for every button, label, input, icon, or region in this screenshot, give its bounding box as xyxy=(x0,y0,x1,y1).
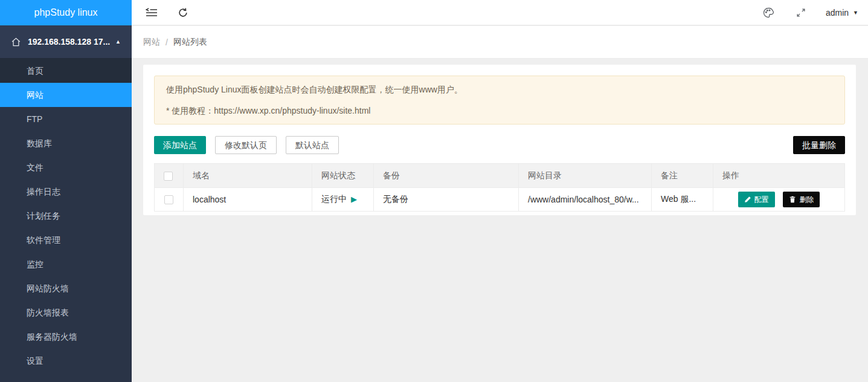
configure-button[interactable]: 配置 xyxy=(738,192,775,207)
cell-status: 运行中▶ xyxy=(312,188,374,212)
triangle-up-icon: ▲ xyxy=(115,39,121,45)
header-directory: 网站目录 xyxy=(519,164,652,188)
notice-line-2: * 使用教程：https://www.xp.cn/phpstudy-linux/… xyxy=(166,105,833,117)
sidebar-item-website[interactable]: 网站 xyxy=(0,83,132,107)
site-table: 域名 网站状态 备份 网站目录 备注 操作 localhost 运行中▶ 无备份… xyxy=(154,163,845,212)
theme-palette-icon[interactable] xyxy=(758,0,779,25)
sidebar-item-home[interactable]: 首页 xyxy=(0,59,132,83)
sidebar-item-monitor[interactable]: 监控 xyxy=(0,252,132,276)
trash-icon xyxy=(789,196,796,203)
header-remark: 备注 xyxy=(652,164,713,188)
sidebar-item-operation-log[interactable]: 操作日志 xyxy=(0,180,132,204)
default-site-button[interactable]: 默认站点 xyxy=(286,136,339,154)
header-status: 网站状态 xyxy=(312,164,374,188)
sidebar: phpStudy linux 192.168.158.128 17... ▲ 首… xyxy=(0,0,132,382)
server-label: 192.168.158.128 17... xyxy=(28,37,112,47)
notice-line-1: 使用phpStudy Linux面板创建站点时会自动创建权限配置，统一使用www… xyxy=(166,83,833,96)
pencil-icon xyxy=(744,196,751,203)
toolbar: 添加站点 修改默认页 默认站点 批量删除 xyxy=(154,136,845,154)
modify-default-page-button[interactable]: 修改默认页 xyxy=(215,136,277,154)
delete-button[interactable]: 删除 xyxy=(783,192,820,207)
batch-delete-button[interactable]: 批量删除 xyxy=(793,136,845,154)
play-icon: ▶ xyxy=(351,195,357,204)
fullscreen-icon[interactable] xyxy=(791,0,811,25)
server-selector[interactable]: 192.168.158.128 17... ▲ xyxy=(0,25,132,59)
app-title: phpStudy linux xyxy=(34,7,98,18)
header-domain: 域名 xyxy=(184,164,312,188)
breadcrumb-separator: / xyxy=(166,37,168,47)
breadcrumb-current: 网站列表 xyxy=(173,37,207,48)
site-list-card: 使用phpStudy Linux面板创建站点时会自动创建权限配置，统一使用www… xyxy=(143,65,856,215)
cell-actions: 配置 删除 xyxy=(713,188,845,212)
breadcrumb: 网站 / 网站列表 xyxy=(132,26,868,59)
sidebar-item-firewall-report[interactable]: 防火墙报表 xyxy=(0,300,132,325)
header-backup: 备份 xyxy=(374,164,519,188)
sidebar-item-cron-tasks[interactable]: 计划任务 xyxy=(0,204,132,228)
home-icon xyxy=(11,37,21,47)
sidebar-menu: 首页 网站 FTP 数据库 文件 操作日志 计划任务 软件管理 监控 网站防火墙… xyxy=(0,59,132,373)
header-actions: 操作 xyxy=(713,164,845,188)
select-all-checkbox[interactable] xyxy=(164,172,173,181)
add-site-button[interactable]: 添加站点 xyxy=(154,136,206,154)
topbar-right: admin ▼ xyxy=(752,0,858,25)
cell-directory: /www/admin/localhost_80/w... xyxy=(519,188,652,212)
row-checkbox[interactable] xyxy=(164,195,173,204)
sidebar-item-ftp[interactable]: FTP xyxy=(0,107,132,131)
sidebar-item-software[interactable]: 软件管理 xyxy=(0,228,132,252)
cell-domain: localhost xyxy=(184,188,312,212)
collapse-sidebar-icon[interactable] xyxy=(141,0,162,25)
topbar: admin ▼ xyxy=(132,0,868,25)
triangle-down-icon: ▼ xyxy=(853,10,858,16)
status-text: 运行中 xyxy=(321,194,347,204)
cell-backup: 无备份 xyxy=(374,188,519,212)
cell-remark: Web 服... xyxy=(652,188,713,212)
notice-box: 使用phpStudy Linux面板创建站点时会自动创建权限配置，统一使用www… xyxy=(154,76,845,125)
user-name: admin xyxy=(826,8,849,18)
breadcrumb-website[interactable]: 网站 xyxy=(143,37,160,48)
table-header-row: 域名 网站状态 备份 网站目录 备注 操作 xyxy=(155,164,845,188)
sidebar-item-database[interactable]: 数据库 xyxy=(0,131,132,155)
main-content: 使用phpStudy Linux面板创建站点时会自动创建权限配置，统一使用www… xyxy=(132,59,868,382)
sidebar-item-settings[interactable]: 设置 xyxy=(0,349,132,373)
table-row: localhost 运行中▶ 无备份 /www/admin/localhost_… xyxy=(155,188,845,212)
user-menu[interactable]: admin ▼ xyxy=(826,8,858,18)
app-logo: phpStudy linux xyxy=(0,0,132,25)
sidebar-item-files[interactable]: 文件 xyxy=(0,155,132,180)
refresh-icon[interactable] xyxy=(173,0,193,25)
sidebar-item-server-firewall[interactable]: 服务器防火墙 xyxy=(0,325,132,349)
sidebar-item-site-firewall[interactable]: 网站防火墙 xyxy=(0,276,132,300)
